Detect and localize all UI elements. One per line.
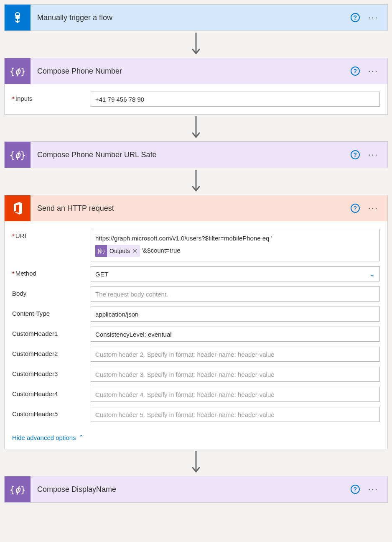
inputs-value: +41 79 456 78 90: [95, 96, 144, 103]
connector-arrow: [4, 449, 388, 476]
svg-rect-0: [15, 15, 20, 19]
step-manual-trigger: Manually trigger a flow ? ···: [4, 4, 388, 31]
compose-icon: {ϕ}: [5, 142, 31, 168]
connector-arrow: [4, 115, 388, 141]
method-label: Method: [12, 266, 87, 277]
chevron-down-icon: ⌄: [369, 269, 375, 279]
step-header[interactable]: {ϕ} Compose Phone Number URL Safe ? ···: [5, 142, 387, 168]
method-select[interactable]: GET ⌄: [91, 266, 380, 281]
step-compose-url-safe: {ϕ} Compose Phone Number URL Safe ? ···: [4, 141, 388, 168]
inputs-label: Inputs: [12, 92, 87, 102]
customheader4-field[interactable]: Custom header 4. Specify in format: head…: [91, 387, 380, 402]
content-type-label: Content-Type: [12, 307, 87, 317]
uri-label: URI: [12, 229, 87, 239]
help-icon[interactable]: ?: [351, 13, 360, 22]
connector-arrow: [4, 168, 388, 195]
outputs-token[interactable]: {ϕ} Outputs ✕: [95, 245, 140, 257]
method-value: GET: [95, 271, 108, 278]
step-body: URI https://graph.microsoft.com/v1.0/use…: [5, 221, 387, 430]
customheader4-label: CustomHeader4: [12, 387, 87, 397]
step-header[interactable]: Send an HTTP request ? ···: [5, 195, 387, 221]
step-title: Compose Phone Number URL Safe: [37, 151, 344, 159]
customheader3-field[interactable]: Custom header 3. Specify in format: head…: [91, 367, 380, 382]
customheader5-field[interactable]: Custom header 5. Specify in format: head…: [91, 407, 380, 422]
help-icon[interactable]: ?: [351, 485, 360, 494]
step-body: Inputs +41 79 456 78 90: [5, 84, 387, 114]
step-title: Send an HTTP request: [37, 204, 344, 213]
more-icon[interactable]: ···: [367, 66, 380, 76]
token-label: Outputs: [109, 245, 132, 257]
step-header[interactable]: Manually trigger a flow ? ···: [5, 5, 387, 31]
help-icon[interactable]: ?: [351, 150, 360, 159]
more-icon[interactable]: ···: [367, 150, 380, 159]
uri-text-after: '&$count=true: [142, 247, 181, 254]
chevron-up-icon: ⌃: [79, 434, 84, 441]
step-http-request: Send an HTTP request ? ··· URI https://g…: [4, 195, 388, 449]
compose-icon: {ϕ}: [5, 58, 31, 84]
more-icon[interactable]: ···: [367, 204, 380, 213]
customheader2-field[interactable]: Custom header 2. Specify in format: head…: [91, 347, 380, 362]
content-type-field[interactable]: application/json: [91, 307, 380, 322]
office-icon: [5, 195, 31, 221]
close-icon[interactable]: ✕: [132, 245, 137, 257]
uri-field[interactable]: https://graph.microsoft.com/v1.0/users?$…: [91, 229, 380, 261]
step-title: Compose DisplayName: [37, 485, 344, 494]
customheader1-field[interactable]: ConsistencyLevel: eventual: [91, 327, 380, 342]
more-icon[interactable]: ···: [367, 13, 380, 22]
customheader3-label: CustomHeader3: [12, 367, 87, 377]
help-icon[interactable]: ?: [351, 66, 360, 76]
hide-advanced-text: Hide advanced options: [12, 434, 76, 441]
body-field[interactable]: The request body content.: [91, 286, 380, 302]
step-header[interactable]: {ϕ} Compose DisplayName ? ···: [5, 476, 387, 502]
customheader2-label: CustomHeader2: [12, 347, 87, 357]
body-label: Body: [12, 286, 87, 297]
inputs-field[interactable]: +41 79 456 78 90: [91, 92, 380, 107]
compose-icon: {ϕ}: [5, 476, 31, 502]
uri-text-before: https://graph.microsoft.com/v1.0/users?$…: [95, 235, 272, 242]
more-icon[interactable]: ···: [367, 485, 380, 494]
customheader1-label: CustomHeader1: [12, 327, 87, 337]
help-icon[interactable]: ?: [351, 204, 360, 213]
step-compose-phone: {ϕ} Compose Phone Number ? ··· Inputs +4…: [4, 58, 388, 115]
hide-advanced-link[interactable]: Hide advanced options ⌃: [5, 430, 387, 449]
step-compose-displayname: {ϕ} Compose DisplayName ? ···: [4, 476, 388, 503]
step-header[interactable]: {ϕ} Compose Phone Number ? ···: [5, 58, 387, 84]
step-title: Compose Phone Number: [37, 67, 344, 76]
connector-arrow: [4, 31, 388, 58]
compose-icon: {ϕ}: [95, 245, 107, 257]
step-title: Manually trigger a flow: [37, 13, 344, 22]
button-icon: [5, 5, 31, 31]
customheader5-label: CustomHeader5: [12, 407, 87, 417]
